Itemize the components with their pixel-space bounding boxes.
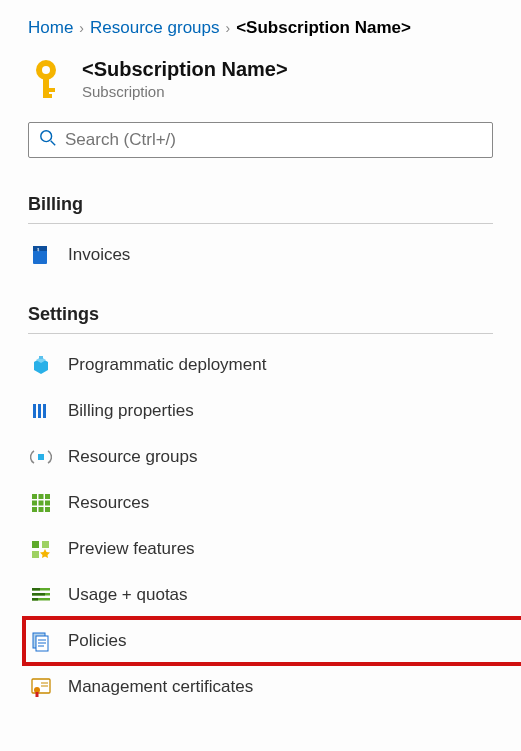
svg-rect-24	[45, 507, 50, 512]
sidebar-item-label: Billing properties	[68, 401, 194, 421]
deployment-icon	[30, 354, 52, 376]
resources-icon	[30, 492, 52, 514]
svg-rect-33	[32, 598, 38, 601]
svg-rect-3	[43, 88, 55, 92]
sidebar-item-label: Programmatic deployment	[68, 355, 266, 375]
sidebar-item-label: Invoices	[68, 245, 130, 265]
sidebar-item-label: Preview features	[68, 539, 195, 559]
svg-rect-32	[32, 593, 45, 596]
svg-rect-22	[32, 507, 37, 512]
sidebar-item-invoices[interactable]: $ Invoices	[28, 232, 493, 278]
invoice-icon: $	[30, 244, 52, 266]
sidebar-item-label: Management certificates	[68, 677, 253, 697]
svg-rect-20	[39, 501, 44, 506]
svg-rect-18	[45, 494, 50, 499]
svg-rect-4	[43, 94, 52, 98]
breadcrumb-current: <Subscription Name>	[236, 18, 411, 38]
resource-groups-icon	[30, 446, 52, 468]
svg-rect-23	[39, 507, 44, 512]
svg-rect-16	[32, 494, 37, 499]
sidebar-item-usage-quotas[interactable]: Usage + quotas	[28, 572, 493, 618]
sidebar-item-label: Resource groups	[68, 447, 197, 467]
svg-rect-11	[39, 356, 43, 359]
chevron-right-icon: ›	[79, 20, 84, 36]
sidebar-item-resources[interactable]: Resources	[28, 480, 493, 526]
search-box[interactable]	[28, 122, 493, 158]
sidebar-item-programmatic-deployment[interactable]: Programmatic deployment	[28, 342, 493, 388]
section-settings: Settings	[28, 288, 493, 334]
svg-rect-9	[33, 246, 47, 251]
svg-point-1	[42, 66, 50, 74]
search-input[interactable]	[65, 130, 482, 150]
key-icon	[28, 58, 64, 104]
chevron-right-icon: ›	[226, 20, 231, 36]
svg-rect-31	[32, 588, 40, 591]
section-billing: Billing	[28, 178, 493, 224]
sidebar-item-policies[interactable]: Policies	[24, 618, 521, 664]
billing-properties-icon	[30, 400, 52, 422]
sidebar-item-label: Resources	[68, 493, 149, 513]
search-icon	[39, 129, 57, 151]
svg-rect-19	[32, 501, 37, 506]
svg-rect-21	[45, 501, 50, 506]
breadcrumb-resource-groups[interactable]: Resource groups	[90, 18, 219, 38]
svg-rect-27	[32, 551, 39, 558]
sidebar-item-billing-properties[interactable]: Billing properties	[28, 388, 493, 434]
breadcrumb-home[interactable]: Home	[28, 18, 73, 38]
breadcrumb: Home › Resource groups › <Subscription N…	[0, 0, 521, 50]
svg-rect-17	[39, 494, 44, 499]
svg-rect-25	[32, 541, 39, 548]
sidebar-item-label: Policies	[68, 631, 127, 651]
svg-rect-14	[43, 404, 46, 418]
page-title: <Subscription Name>	[82, 58, 288, 81]
svg-rect-15	[38, 454, 44, 460]
svg-line-6	[51, 141, 56, 146]
page-header: <Subscription Name> Subscription	[0, 50, 521, 122]
svg-rect-13	[38, 404, 41, 418]
certificates-icon	[30, 676, 52, 698]
sidebar-item-preview-features[interactable]: Preview features	[28, 526, 493, 572]
svg-point-5	[41, 131, 52, 142]
policies-icon	[30, 630, 52, 652]
sidebar-item-resource-groups[interactable]: Resource groups	[28, 434, 493, 480]
sidebar-item-label: Usage + quotas	[68, 585, 188, 605]
svg-rect-12	[33, 404, 36, 418]
svg-rect-41	[36, 692, 39, 697]
sidebar-item-management-certificates[interactable]: Management certificates	[28, 664, 493, 710]
preview-features-icon	[30, 538, 52, 560]
page-subtitle: Subscription	[82, 83, 288, 100]
svg-rect-26	[42, 541, 49, 548]
usage-quotas-icon	[30, 584, 52, 606]
